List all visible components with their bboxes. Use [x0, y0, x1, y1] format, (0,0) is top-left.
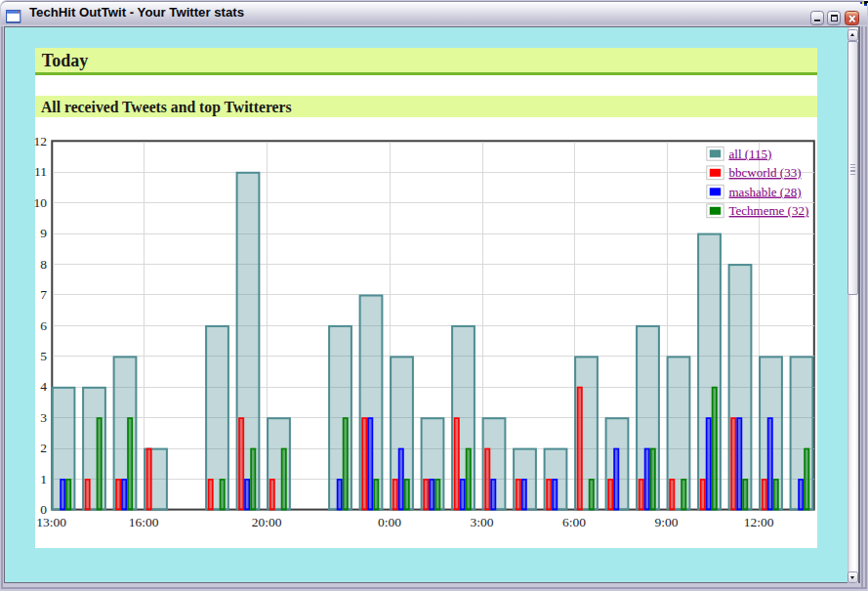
svg-text:20:00: 20:00 [252, 515, 282, 529]
svg-text:4: 4 [40, 379, 47, 394]
svg-text:7: 7 [40, 287, 47, 302]
svg-text:0:00: 0:00 [378, 515, 401, 529]
svg-text:12:00: 12:00 [744, 515, 774, 529]
svg-text:16:00: 16:00 [129, 515, 159, 529]
svg-text:8: 8 [40, 257, 47, 272]
svg-text:2: 2 [40, 441, 47, 455]
svg-text:6:00: 6:00 [562, 515, 586, 529]
svg-text:9: 9 [40, 226, 47, 240]
svg-text:10: 10 [34, 195, 48, 210]
svg-text:6: 6 [40, 318, 47, 333]
svg-text:5: 5 [40, 349, 47, 363]
svg-text:12: 12 [34, 134, 48, 148]
svg-text:Techmeme (32): Techmeme (32) [729, 203, 809, 218]
svg-text:3:00: 3:00 [471, 515, 494, 529]
svg-text:3: 3 [40, 410, 47, 425]
svg-text:all (115): all (115) [729, 147, 772, 161]
svg-text:11: 11 [34, 164, 47, 179]
svg-text:1: 1 [40, 472, 47, 486]
svg-text:mashable (28): mashable (28) [729, 185, 802, 199]
svg-text:13:00: 13:00 [36, 515, 66, 529]
svg-text:9:00: 9:00 [655, 515, 679, 529]
svg-text:bbcworld (33): bbcworld (33) [729, 165, 802, 180]
